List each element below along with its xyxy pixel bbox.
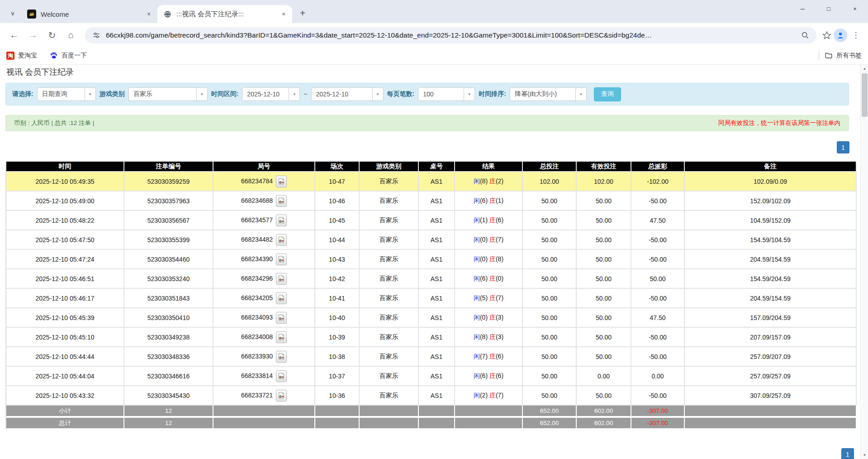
tab-search-button[interactable]: ∨ bbox=[6, 7, 19, 19]
result-part: (2) bbox=[480, 392, 489, 399]
video-replay-button[interactable] bbox=[276, 253, 287, 265]
result-part: (0) bbox=[480, 314, 489, 321]
result-cell: 闲(0) 庄(8) bbox=[455, 250, 523, 269]
round-cell: 668234008 bbox=[213, 328, 315, 347]
bet-record-row: 2025-12-10 05:49:35523030359259668234784… bbox=[6, 172, 857, 191]
all-bookmarks-button[interactable]: 所有书签 bbox=[825, 51, 862, 61]
folder-icon bbox=[825, 51, 833, 61]
video-replay-button[interactable] bbox=[276, 273, 287, 285]
result-part: (3) bbox=[496, 314, 503, 321]
bet-records-table: 时间注单编号局号场次游戏类别桌号结果总投注有效投注总派彩备注 2025-12-1… bbox=[5, 162, 857, 430]
page-size-value: 100 bbox=[418, 91, 464, 98]
bookmarks-bar: 淘 爱淘宝 百度一下 所有书签 bbox=[0, 47, 868, 65]
bet-id-cell: 523030359259 bbox=[124, 172, 213, 191]
sort-select[interactable]: 降幂(由大到小) ▼ bbox=[510, 87, 587, 101]
page-size-select[interactable]: 100 ▼ bbox=[418, 87, 475, 101]
video-replay-button[interactable] bbox=[276, 234, 287, 246]
vertical-scrollbar[interactable]: ▲ ▼ bbox=[860, 65, 868, 459]
game-type-cell: 百家乐 bbox=[360, 172, 419, 191]
summary-cell: 12 bbox=[124, 406, 213, 418]
game-type-cell: 百家乐 bbox=[360, 328, 419, 347]
window-minimize-button[interactable]: ─ bbox=[789, 0, 816, 17]
total-bet-cell: 50.00 bbox=[523, 308, 577, 328]
round-number: 668234390 bbox=[241, 255, 273, 262]
browser-menu-icon[interactable]: ⋮ bbox=[849, 29, 863, 42]
result-part: 闲 bbox=[474, 255, 480, 263]
game-type-cell: 百家乐 bbox=[360, 230, 419, 250]
summary-cell bbox=[419, 418, 455, 430]
result-part: (8) bbox=[480, 177, 489, 185]
tab-welcome[interactable]: Welcome × bbox=[22, 5, 157, 23]
home-button[interactable]: ⌂ bbox=[62, 27, 80, 44]
select-mode-label: 请选择: bbox=[12, 90, 33, 98]
result-part: (7) bbox=[480, 353, 489, 360]
search-button[interactable]: 查询 bbox=[594, 87, 621, 101]
bookmark-taobao[interactable]: 淘 爱淘宝 bbox=[6, 52, 37, 60]
result-part: (6) bbox=[480, 275, 489, 282]
new-tab-button[interactable]: + bbox=[296, 7, 309, 20]
round-number: 668234296 bbox=[241, 274, 273, 282]
scrollbar-thumb[interactable] bbox=[862, 73, 868, 117]
result-part: (0) bbox=[496, 275, 503, 282]
address-bar[interactable]: 66cxkj98.com/game/betrecord_search/kind3… bbox=[85, 27, 816, 43]
video-replay-button[interactable] bbox=[276, 292, 287, 304]
round-cell: 668234390 bbox=[213, 250, 315, 269]
summary-cell bbox=[213, 418, 315, 430]
video-replay-button[interactable] bbox=[276, 370, 287, 382]
window-maximize-button[interactable]: □ bbox=[816, 0, 842, 17]
session-cell: 10-38 bbox=[315, 347, 360, 367]
time-cell: 2025-12-10 05:45:10 bbox=[6, 328, 124, 347]
tab-bet-records[interactable]: :::视讯 会员下注纪录::: × bbox=[157, 5, 292, 23]
site-settings-icon[interactable] bbox=[91, 30, 101, 40]
game-type-label: 游戏类别 bbox=[100, 90, 125, 98]
bookmark-star-icon[interactable] bbox=[822, 30, 832, 40]
video-replay-button[interactable] bbox=[276, 215, 287, 226]
round-cell: 668233814 bbox=[213, 367, 315, 386]
pagination-page-1[interactable]: 1 bbox=[837, 141, 849, 153]
date-start-select[interactable]: 2025-12-10 ▼ bbox=[242, 87, 300, 101]
result-part: 庄 bbox=[489, 333, 496, 340]
query-mode-select[interactable]: 日期查询 ▼ bbox=[37, 87, 96, 101]
bet-id-cell: 523030349238 bbox=[124, 328, 213, 347]
profile-avatar[interactable] bbox=[834, 29, 847, 42]
game-type-cell: 百家乐 bbox=[360, 386, 419, 406]
result-part: 庄 bbox=[489, 294, 496, 301]
video-replay-button[interactable] bbox=[276, 331, 287, 343]
result-cell: 闲(5) 庄(7) bbox=[455, 289, 523, 308]
bookmark-baidu[interactable]: 百度一下 bbox=[50, 51, 87, 61]
result-cell: 闲(0) 庄(3) bbox=[455, 308, 523, 328]
forward-button[interactable]: → bbox=[24, 27, 42, 44]
window-close-button[interactable]: × bbox=[842, 0, 868, 17]
pagination-page-1-bottom[interactable]: 1 bbox=[841, 448, 854, 459]
video-file-icon bbox=[278, 256, 285, 263]
result-part: (2) bbox=[496, 177, 503, 185]
video-replay-button[interactable] bbox=[276, 176, 287, 187]
result-part: 闲 bbox=[474, 197, 480, 204]
round-number: 668234008 bbox=[241, 333, 273, 340]
summary-row: 总计12652.00602.00-307.00 bbox=[6, 418, 857, 430]
result-part: (0) bbox=[480, 236, 489, 243]
tab-close-icon[interactable]: × bbox=[280, 10, 288, 18]
result-part: (8) bbox=[480, 333, 489, 340]
scroll-down-arrow[interactable]: ▼ bbox=[861, 451, 868, 459]
zoom-icon[interactable] bbox=[800, 30, 810, 40]
video-replay-button[interactable] bbox=[276, 351, 287, 363]
video-replay-button[interactable] bbox=[276, 312, 287, 324]
scroll-up-arrow[interactable]: ▲ bbox=[861, 65, 868, 72]
remark-cell: 307.09/257.09 bbox=[685, 386, 857, 406]
bet-record-row: 2025-12-10 05:43:32523030345430668233721… bbox=[6, 386, 857, 406]
video-replay-button[interactable] bbox=[276, 195, 287, 207]
tab-close-icon[interactable]: × bbox=[145, 10, 153, 18]
remark-cell: 257.09/257.09 bbox=[685, 367, 857, 386]
result-part: (6) bbox=[496, 372, 503, 379]
reload-button[interactable]: ↻ bbox=[43, 27, 61, 44]
result-part: 闲 bbox=[474, 392, 480, 399]
page-content: 视讯 会员下注纪录 请选择: 日期查询 ▼ 游戏类别 百家乐 ▼ 时间区间: 2… bbox=[0, 65, 868, 459]
back-button[interactable]: ← bbox=[5, 27, 23, 44]
time-cell: 2025-12-10 05:47:24 bbox=[6, 250, 124, 269]
video-replay-button[interactable] bbox=[276, 390, 287, 402]
video-file-icon bbox=[278, 392, 285, 399]
url-text[interactable]: 66cxkj98.com/game/betrecord_search/kind3… bbox=[106, 31, 796, 39]
game-type-select[interactable]: 百家乐 ▼ bbox=[128, 87, 208, 101]
date-end-select[interactable]: 2025-12-10 ▼ bbox=[311, 87, 384, 101]
